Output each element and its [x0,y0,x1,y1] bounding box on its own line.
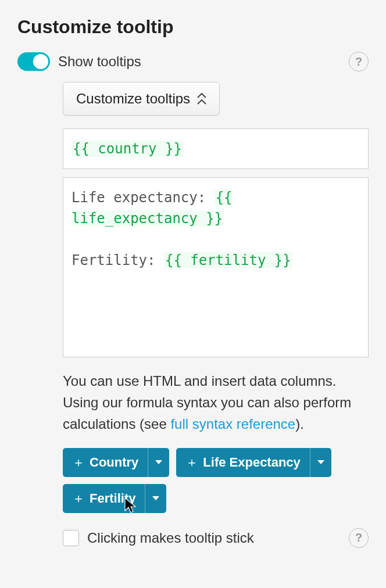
help-icon[interactable]: ? [349,52,369,71]
caret-down-icon [152,496,159,500]
tooltip-title-template-input[interactable]: {{ country }} [63,128,369,169]
add-country-dropdown[interactable] [148,448,169,477]
help-icon[interactable]: ? [349,528,369,548]
chevron-up-icon [197,93,206,105]
add-life-expectancy-dropdown[interactable] [310,448,331,477]
template-token: {{ fertility }} [164,252,292,268]
page-title: Customize tooltip [17,16,369,38]
add-life-expectancy-button[interactable]: ＋ Life Expectancy [176,448,310,477]
collapse-button-label: Customize tooltips [76,91,190,107]
show-tooltips-toggle[interactable] [17,52,50,71]
template-token: {{ country }} [72,141,183,157]
tooltip-stick-checkbox[interactable] [63,530,79,546]
template-line: Life expectancy: {{ life_expectancy }} [72,187,360,229]
plus-icon: ＋ [185,454,198,471]
customize-tooltips-collapse-button[interactable]: Customize tooltips [63,82,220,116]
caret-down-icon [317,460,324,464]
add-fertility-dropdown[interactable] [145,484,166,513]
show-tooltips-label: Show tooltips [58,53,141,70]
caret-down-icon [155,460,162,464]
column-buttons-group: ＋ Country ＋ Life Expectancy ＋ Fertility [63,448,369,513]
syntax-reference-link[interactable]: full syntax reference [170,416,295,432]
add-fertility-button[interactable]: ＋ Fertility [63,484,145,513]
template-line: Fertility: {{ fertility }} [72,250,360,271]
description-text: You can use HTML and insert data columns… [63,370,369,435]
tooltip-stick-label: Clicking makes tooltip stick [87,530,254,546]
plus-icon: ＋ [72,454,85,471]
tooltip-body-template-input[interactable]: Life expectancy: {{ life_expectancy }} F… [63,177,369,357]
add-country-button[interactable]: ＋ Country [63,448,148,477]
plus-icon: ＋ [72,490,85,507]
